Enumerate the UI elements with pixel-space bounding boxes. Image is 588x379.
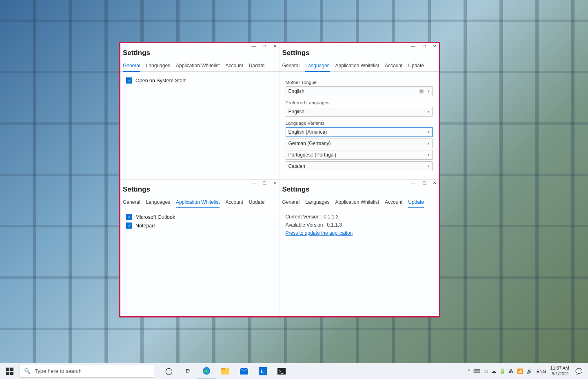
close-icon[interactable]: ✕ bbox=[432, 181, 437, 185]
preferred-label: Preferred Languages bbox=[286, 100, 436, 105]
search-icon: 🔍 bbox=[24, 368, 31, 374]
cortana-icon[interactable]: ◯ bbox=[160, 363, 178, 379]
settings-pane-languages: — ▢ ✕ Settings General Languages Applica… bbox=[280, 43, 439, 180]
chevron-up-icon[interactable]: ^ bbox=[468, 368, 470, 374]
checkbox-checked-icon[interactable]: ✓ bbox=[126, 214, 132, 220]
mother-tongue-label: Mother Tongue bbox=[286, 80, 436, 85]
tab-languages[interactable]: Languages bbox=[146, 198, 170, 208]
close-icon[interactable]: ✕ bbox=[272, 44, 278, 48]
settings-pane-update: — ▢ ✕ Settings General Languages Applica… bbox=[280, 180, 439, 316]
search-placeholder: Type here to search bbox=[35, 368, 82, 374]
option-label: Open on System Start bbox=[135, 78, 186, 84]
variants-label: Language Variants bbox=[286, 121, 436, 126]
tab-account[interactable]: Account bbox=[385, 198, 402, 208]
whitelist-item-label: Notepad bbox=[135, 223, 155, 229]
tab-languages[interactable]: Languages bbox=[146, 61, 170, 71]
variant-combo-2[interactable]: Portuguese (Portugal) bbox=[286, 150, 433, 160]
update-link[interactable]: Press to update the application bbox=[286, 230, 436, 236]
windows-logo-icon bbox=[6, 368, 13, 375]
tray-wifi-icon[interactable]: 📶 bbox=[517, 368, 523, 374]
tab-general[interactable]: General bbox=[123, 198, 140, 208]
option-open-on-start[interactable]: ✓ Open on System Start bbox=[126, 77, 276, 84]
system-tray: ^ ⌨ ▭ ☁ 🔋 🖧 📶 🔊 ENG 11:07 AM 9/1/2021 💬 bbox=[468, 366, 588, 376]
maximize-icon[interactable]: ▢ bbox=[262, 44, 267, 48]
file-explorer-icon[interactable] bbox=[216, 363, 234, 379]
tab-account[interactable]: Account bbox=[385, 61, 402, 71]
svg-rect-3 bbox=[10, 372, 13, 375]
close-icon[interactable]: ✕ bbox=[272, 181, 278, 185]
whitelist-item-outlook[interactable]: ✓ Microsoft Outlook bbox=[126, 214, 276, 220]
search-input[interactable]: 🔍 Type here to search bbox=[20, 365, 154, 378]
tab-update[interactable]: Update bbox=[408, 198, 424, 208]
variant-combo-0[interactable]: English (America) bbox=[286, 127, 433, 137]
whitelist-item-notepad[interactable]: ✓ Notepad bbox=[126, 223, 276, 229]
tray-battery-icon[interactable]: 🔋 bbox=[499, 368, 506, 374]
svg-rect-2 bbox=[6, 372, 9, 375]
tray-volume-icon[interactable]: 🔊 bbox=[526, 368, 533, 374]
minimize-icon[interactable]: — bbox=[410, 181, 416, 185]
tray-meet-icon[interactable]: ▭ bbox=[484, 368, 488, 374]
settings-pane-whitelist: — ▢ ✕ Settings General Languages Applica… bbox=[120, 180, 280, 316]
tabs-row: General Languages Application Whitelist … bbox=[280, 198, 439, 208]
minimize-icon[interactable]: — bbox=[410, 44, 416, 48]
start-button[interactable] bbox=[0, 363, 20, 379]
tab-update[interactable]: Update bbox=[249, 198, 265, 208]
mail-icon[interactable] bbox=[235, 363, 253, 379]
terminal-icon[interactable]: >_ bbox=[273, 363, 291, 379]
tab-account[interactable]: Account bbox=[225, 61, 243, 71]
tab-app-whitelist[interactable]: Application Whitelist bbox=[335, 61, 379, 71]
tab-app-whitelist[interactable]: Application Whitelist bbox=[176, 198, 220, 208]
svg-rect-1 bbox=[10, 368, 13, 371]
maximize-icon[interactable]: ▢ bbox=[262, 181, 267, 185]
window-controls: — ▢ ✕ bbox=[410, 181, 437, 185]
tab-app-whitelist[interactable]: Application Whitelist bbox=[335, 198, 379, 208]
tray-language[interactable]: ENG bbox=[537, 369, 546, 374]
app-l-icon[interactable]: L bbox=[254, 363, 272, 379]
close-icon[interactable]: ✕ bbox=[432, 44, 437, 48]
checkbox-checked-icon[interactable]: ✓ bbox=[126, 223, 132, 229]
tab-languages[interactable]: Languages bbox=[305, 198, 329, 208]
variant-combo-1[interactable]: German (Germany) bbox=[286, 139, 433, 148]
tray-network-icon[interactable]: 🖧 bbox=[509, 368, 514, 374]
taskbar-pinned: ◯ ⧉ L >_ bbox=[160, 363, 291, 379]
maximize-icon[interactable]: ▢ bbox=[421, 181, 427, 185]
tabs-row: General Languages Application Whitelist … bbox=[280, 61, 439, 72]
minimize-icon[interactable]: — bbox=[251, 181, 257, 185]
tabs-row: General Languages Application Whitelist … bbox=[120, 61, 280, 72]
tab-update[interactable]: Update bbox=[408, 61, 424, 71]
tray-onedrive-icon[interactable]: ☁ bbox=[491, 368, 496, 374]
svg-text:L: L bbox=[261, 368, 264, 375]
settings-pane-general: — ▢ ✕ Settings General Languages Applica… bbox=[120, 43, 280, 180]
tab-general[interactable]: General bbox=[123, 61, 140, 72]
variant-combo-3[interactable]: Catalan bbox=[286, 161, 433, 171]
tab-update[interactable]: Update bbox=[249, 61, 265, 71]
taskbar: 🔍 Type here to search ◯ ⧉ L >_ ^ ⌨ ▭ ☁ 🔋… bbox=[0, 363, 588, 379]
tab-general[interactable]: General bbox=[282, 198, 300, 208]
tab-app-whitelist[interactable]: Application Whitelist bbox=[176, 61, 220, 71]
tab-languages[interactable]: Languages bbox=[305, 61, 329, 72]
settings-windows-composite: — ▢ ✕ Settings General Languages Applica… bbox=[119, 42, 440, 317]
taskbar-clock[interactable]: 11:07 AM 9/1/2021 bbox=[550, 366, 569, 376]
edge-icon[interactable] bbox=[197, 363, 215, 379]
task-view-icon[interactable]: ⧉ bbox=[179, 363, 197, 379]
svg-rect-0 bbox=[6, 368, 9, 371]
window-controls: — ▢ ✕ bbox=[410, 44, 437, 48]
current-version: Current Version : 0.1.1.2 bbox=[286, 214, 436, 220]
mother-tongue-combo[interactable]: English bbox=[286, 86, 433, 96]
tab-general[interactable]: General bbox=[282, 61, 300, 71]
window-controls: — ▢ ✕ bbox=[251, 44, 278, 48]
notifications-icon[interactable]: 💬 bbox=[573, 368, 584, 375]
minimize-icon[interactable]: — bbox=[251, 44, 257, 48]
maximize-icon[interactable]: ▢ bbox=[421, 44, 427, 48]
preferred-combo[interactable]: English bbox=[286, 107, 433, 117]
window-controls: — ▢ ✕ bbox=[251, 181, 278, 185]
tabs-row: General Languages Application Whitelist … bbox=[120, 198, 280, 208]
tray-keyboard-icon[interactable]: ⌨ bbox=[473, 368, 480, 374]
svg-text:>_: >_ bbox=[279, 369, 284, 374]
available-version: Available Version : 0.1.1.3 bbox=[286, 222, 436, 228]
whitelist-item-label: Microsoft Outlook bbox=[135, 214, 175, 220]
checkbox-checked-icon[interactable]: ✓ bbox=[126, 77, 132, 84]
svg-rect-6 bbox=[221, 368, 225, 370]
tab-account[interactable]: Account bbox=[225, 198, 243, 208]
